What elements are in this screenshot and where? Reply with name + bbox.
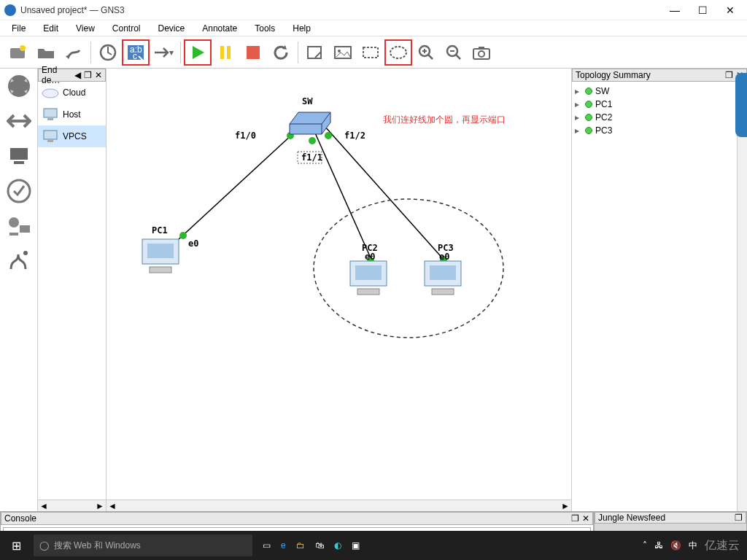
zoom-out-button[interactable] bbox=[440, 39, 468, 66]
topology-item-pc1[interactable]: ▸PC1 bbox=[575, 98, 734, 111]
end-devices-hscroll[interactable]: ◄► bbox=[38, 499, 106, 511]
end-devices-category-icon[interactable] bbox=[4, 141, 34, 171]
svg-point-14 bbox=[390, 47, 406, 58]
topology-canvas[interactable]: SW f1/0 f1/1 f1/2 PC1 e0 PC2 e0 PC3 e0 我… bbox=[109, 71, 571, 499]
side-tab[interactable] bbox=[735, 73, 747, 137]
svg-point-42 bbox=[325, 132, 332, 139]
zoom-in-button[interactable] bbox=[412, 39, 440, 66]
panel-float-icon[interactable]: ❐ bbox=[571, 513, 579, 524]
svg-rect-52 bbox=[355, 265, 382, 280]
topology-canvas-panel: SW f1/0 f1/1 f1/2 PC1 e0 PC2 e0 PC3 e0 我… bbox=[107, 69, 572, 511]
show-labels-button[interactable]: a:bc bbox=[122, 39, 150, 66]
edge-icon[interactable]: e bbox=[281, 540, 286, 551]
svg-rect-56 bbox=[432, 289, 454, 295]
snapshot-button[interactable] bbox=[468, 39, 495, 66]
new-project-button[interactable] bbox=[4, 39, 32, 66]
svg-point-32 bbox=[42, 89, 58, 98]
maximize-button[interactable]: ☐ bbox=[696, 4, 709, 16]
svg-point-41 bbox=[309, 137, 316, 144]
svg-rect-55 bbox=[430, 265, 456, 280]
panel-float-icon[interactable]: ❐ bbox=[84, 70, 92, 80]
svg-rect-13 bbox=[363, 47, 378, 58]
jungle-header: Jungle Newsfeed❐ bbox=[595, 512, 746, 524]
menu-help[interactable]: Help bbox=[285, 22, 318, 35]
menu-control[interactable]: Control bbox=[105, 22, 148, 35]
close-button[interactable]: ✕ bbox=[724, 4, 737, 16]
restart-button[interactable] bbox=[267, 39, 295, 66]
add-link-icon[interactable] bbox=[4, 246, 34, 276]
cloud-icon bbox=[41, 85, 60, 101]
arrow-button[interactable]: ▾ bbox=[150, 39, 177, 66]
task-view-icon[interactable]: ▭ bbox=[263, 540, 271, 551]
svg-line-39 bbox=[325, 126, 445, 261]
panel-float-icon[interactable]: ❐ bbox=[725, 70, 733, 80]
save-button[interactable] bbox=[60, 39, 88, 66]
panel-float-icon[interactable]: ❐ bbox=[735, 513, 743, 523]
device-cloud[interactable]: Cloud bbox=[38, 82, 106, 104]
status-dot-icon bbox=[585, 88, 592, 95]
svg-text:f1/2: f1/2 bbox=[344, 131, 365, 141]
end-devices-panel: End de… ◀❐✕ Cloud Host VPCS ◄► bbox=[38, 69, 107, 511]
svg-text:SW: SW bbox=[302, 96, 313, 106]
reload-button[interactable] bbox=[94, 39, 122, 66]
svg-line-38 bbox=[314, 130, 372, 261]
menu-view[interactable]: View bbox=[69, 22, 102, 35]
start-button[interactable]: ⊞ bbox=[0, 539, 32, 553]
terminal-icon[interactable]: ▣ bbox=[352, 540, 360, 551]
topology-item-sw[interactable]: ▸SW bbox=[575, 85, 734, 98]
menu-device[interactable]: Device bbox=[151, 22, 193, 35]
menu-edit[interactable]: Edit bbox=[36, 22, 66, 35]
topology-item-pc3[interactable]: ▸PC3 bbox=[575, 124, 734, 137]
svg-rect-7 bbox=[220, 46, 224, 59]
store-icon[interactable]: 🛍 bbox=[315, 540, 324, 551]
pause-button[interactable] bbox=[212, 39, 239, 66]
node-pc1 bbox=[142, 239, 179, 273]
browser-icon[interactable]: ◐ bbox=[334, 540, 341, 551]
windows-taskbar[interactable]: ⊞ ◯ 搜索 Web 和 Windows ▭ e 🗀 🛍 ◐ ▣ ˄ 🖧 🔇 中… bbox=[0, 531, 747, 560]
svg-line-16 bbox=[428, 55, 433, 59]
topology-item-pc2[interactable]: ▸PC2 bbox=[575, 111, 734, 124]
switches-category-icon[interactable] bbox=[4, 106, 34, 136]
svg-rect-23 bbox=[479, 47, 484, 50]
ellipse-button[interactable] bbox=[384, 39, 412, 66]
panel-close-icon[interactable]: ✕ bbox=[95, 70, 102, 80]
open-button[interactable] bbox=[32, 39, 60, 66]
menu-annotate[interactable]: Annotate bbox=[195, 22, 244, 35]
menu-tools[interactable]: Tools bbox=[247, 22, 282, 35]
svg-point-12 bbox=[338, 50, 341, 52]
image-button[interactable] bbox=[329, 39, 357, 66]
svg-text:f1/1: f1/1 bbox=[301, 152, 322, 163]
svg-text:f1/0: f1/0 bbox=[235, 131, 256, 141]
volume-icon[interactable]: 🔇 bbox=[670, 540, 681, 551]
canvas-hscroll[interactable]: ◄► bbox=[107, 499, 571, 511]
note-button[interactable] bbox=[301, 39, 329, 66]
taskbar-search[interactable]: ◯ 搜索 Web 和 Windows bbox=[34, 534, 252, 556]
security-devices-category-icon[interactable] bbox=[4, 176, 34, 206]
menu-file[interactable]: File bbox=[4, 22, 33, 35]
console-header: Console ❐✕ bbox=[1, 512, 593, 525]
rect-button[interactable] bbox=[357, 39, 384, 66]
device-host[interactable]: Host bbox=[38, 104, 106, 125]
svg-rect-8 bbox=[227, 46, 231, 59]
device-vpcs[interactable]: VPCS bbox=[38, 125, 106, 147]
explorer-icon[interactable]: 🗀 bbox=[296, 540, 305, 551]
panel-close-icon[interactable]: ✕ bbox=[582, 513, 589, 524]
node-pc2 bbox=[350, 261, 387, 295]
topology-summary-header: Topology Summary ❐✕ bbox=[572, 69, 747, 82]
topology-tree[interactable]: ▸SW ▸PC1 ▸PC2 ▸PC3 bbox=[572, 82, 737, 511]
stop-button[interactable] bbox=[239, 39, 267, 66]
node-pc3 bbox=[425, 261, 461, 295]
all-devices-category-icon[interactable] bbox=[4, 211, 34, 241]
svg-rect-10 bbox=[308, 47, 321, 58]
svg-text:e0: e0 bbox=[439, 252, 449, 262]
status-dot-icon bbox=[585, 114, 592, 121]
svg-point-24 bbox=[479, 51, 484, 57]
play-button[interactable] bbox=[184, 39, 212, 66]
routers-category-icon[interactable] bbox=[4, 71, 34, 101]
network-icon[interactable]: 🖧 bbox=[654, 540, 663, 551]
tray-up-icon[interactable]: ˄ bbox=[643, 540, 647, 551]
panel-undock-icon[interactable]: ◀ bbox=[74, 70, 81, 80]
minimize-button[interactable]: — bbox=[668, 4, 681, 16]
ime-icon[interactable]: 中 bbox=[689, 540, 697, 552]
topology-vscroll[interactable] bbox=[737, 82, 747, 511]
